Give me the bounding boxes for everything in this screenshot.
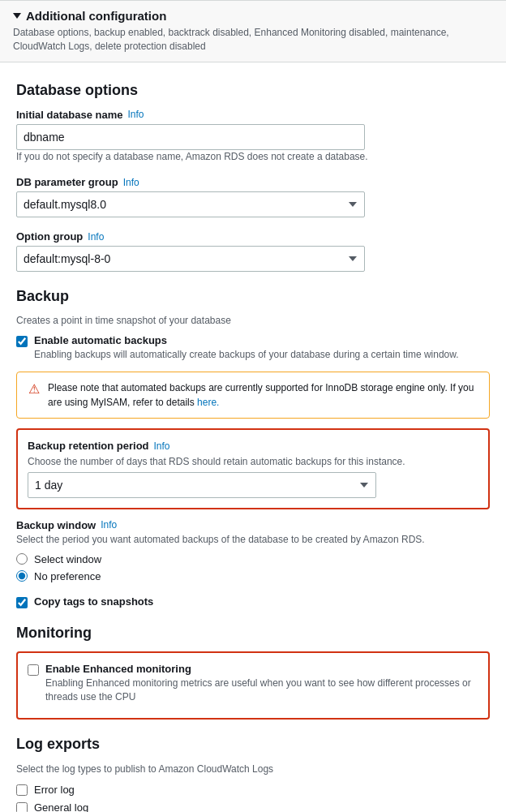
collapse-icon [13,13,21,19]
backup-window-no-preference-row: No preference [16,570,490,582]
backup-description: Creates a point in time snapshot of your… [16,315,490,326]
copy-tags-snapshots-row: Copy tags to snapshots [16,595,490,608]
backup-section: Backup Creates a point in time snapshot … [16,288,490,608]
enhanced-monitoring-sublabel: Enabling Enhanced monitoring metrics are… [45,677,478,704]
monitoring-section: Monitoring Enable Enhanced monitoring En… [16,625,490,720]
warning-triangle-icon: ⚠ [28,381,40,397]
backup-window-no-preference-radio[interactable] [16,570,28,582]
innodb-warning-box: ⚠ Please note that automated backups are… [16,372,490,419]
db-parameter-group-field: DB parameter group Info default.mysql8.0 [16,176,490,217]
backup-retention-wrapper: 1 day 7 days 14 days 35 days [28,472,376,498]
db-parameter-group-select[interactable]: default.mysql8.0 [16,191,365,217]
innodb-details-link[interactable]: here. [197,397,219,408]
general-log-checkbox[interactable] [16,802,28,812]
initial-db-name-group: Initial database name Info If you do not… [16,109,490,164]
option-group-label: Option group Info [16,230,490,243]
copy-tags-snapshots-checkbox[interactable] [16,597,28,608]
log-export-error-row: Error log [16,783,490,796]
option-group-wrapper: default:mysql-8-0 [16,246,365,272]
initial-db-name-label: Initial database name Info [16,109,490,121]
db-parameter-group-info-link[interactable]: Info [123,177,139,188]
additional-config-title[interactable]: Additional configuration [13,9,493,23]
backup-retention-label: Backup retention period Info [28,440,478,452]
backup-retention-description: Choose the number of days that RDS shoul… [28,455,478,469]
enhanced-monitoring-label: Enable Enhanced monitoring [45,663,478,675]
db-parameter-group-label: DB parameter group Info [16,176,490,188]
backup-window-select-window-row: Select window [16,553,490,565]
general-log-label: General log [34,801,88,812]
enhanced-monitoring-box: Enable Enhanced monitoring Enabling Enha… [16,651,490,720]
database-options-heading: Database options [16,82,490,99]
enhanced-monitoring-row: Enable Enhanced monitoring Enabling Enha… [28,663,478,704]
option-group-info-link[interactable]: Info [88,231,104,243]
backup-window-select-window-label: Select window [34,553,101,565]
enable-auto-backups-label: Enable automatic backups [34,334,459,346]
log-export-general-row: General log [16,801,490,812]
error-log-label: Error log [34,784,75,796]
db-parameter-group-wrapper: default.mysql8.0 [16,191,365,217]
initial-db-name-input[interactable] [16,124,365,150]
backup-retention-select[interactable]: 1 day 7 days 14 days 35 days [28,472,376,498]
backup-window-description: Select the period you want automated bac… [16,533,490,547]
initial-db-name-info-link[interactable]: Info [128,109,144,120]
option-group-field: Option group Info default:mysql-8-0 [16,230,490,272]
backup-heading: Backup [16,288,490,305]
backup-window-select-window-radio[interactable] [16,553,28,565]
log-exports-heading: Log exports [16,736,490,753]
additional-config-section: Additional configuration Database option… [0,0,506,62]
backup-retention-period-box: Backup retention period Info Choose the … [16,428,490,509]
log-exports-section: Log exports Select the log types to publ… [16,736,490,812]
copy-tags-snapshots-label: Copy tags to snapshots [34,595,153,608]
backup-window-label: Backup window Info [16,519,490,531]
enable-auto-backups-sublabel: Enabling backups will automatically crea… [34,348,459,362]
backup-window-radio-group: Select window No preference [16,553,490,582]
enable-auto-backups-row: Enable automatic backups Enabling backup… [16,334,490,362]
backup-window-group: Backup window Info Select the period you… [16,519,490,582]
backup-window-no-preference-label: No preference [34,570,101,582]
backup-retention-info-link[interactable]: Info [154,440,170,452]
backup-window-info-link[interactable]: Info [101,519,117,531]
additional-config-subtitle: Database options, backup enabled, backtr… [13,26,493,54]
error-log-checkbox[interactable] [16,784,28,796]
option-group-select[interactable]: default:mysql-8-0 [16,246,365,272]
monitoring-heading: Monitoring [16,625,490,642]
enhanced-monitoring-checkbox[interactable] [28,664,39,676]
log-exports-description: Select the log types to publish to Amazo… [16,763,490,776]
initial-db-name-helper: If you do not specify a database name, A… [16,150,490,164]
enable-auto-backups-checkbox[interactable] [16,336,28,347]
log-exports-items: Error log General log Slow query log [16,783,490,812]
warning-text: Please note that automated backups are c… [48,380,478,410]
